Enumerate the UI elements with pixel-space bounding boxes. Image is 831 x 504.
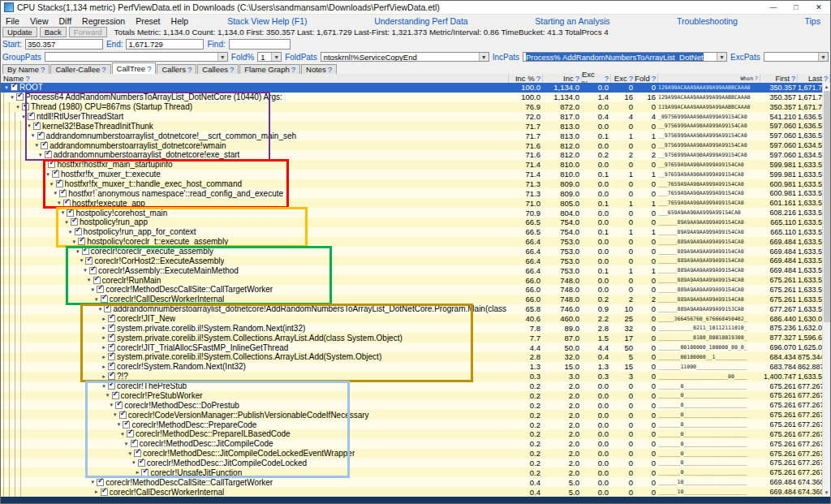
tree-row[interactable]: ▾✓coreclr!MethodDesc::PrepareCode0.22.00… (1, 420, 830, 429)
tree-row[interactable]: ▾✓coreclr!coreclr_execute_assembly66.475… (1, 247, 830, 256)
row-checkbox[interactable]: ✓ (63, 200, 71, 207)
row-checkbox[interactable]: ✓ (37, 132, 45, 140)
tab-callers[interactable]: Callers? (157, 64, 196, 74)
row-checkbox[interactable]: ✓ (108, 344, 115, 351)
expander-icon[interactable]: ▾ (56, 200, 62, 206)
scroll-thumb[interactable] (824, 91, 830, 322)
help-question-icon[interactable]: ? (101, 65, 105, 74)
row-checkbox[interactable]: ✓ (56, 180, 63, 187)
expander-icon[interactable]: ▾ (108, 402, 114, 408)
expander-icon[interactable]: ▾ (20, 114, 27, 120)
column-header-inc[interactable]: Inc? (543, 74, 582, 83)
row-checkbox[interactable]: ✓ (108, 373, 115, 380)
expander-icon[interactable]: ▾ (63, 219, 70, 226)
expander-icon[interactable]: ▾ (52, 190, 58, 196)
expander-icon[interactable]: ▸ (101, 373, 107, 380)
column-header-exc[interactable]: Exc? (611, 74, 635, 83)
tree-row[interactable]: ▾✓ROOT100.01,134.00.000129A99ACAAA9AAA99… (1, 83, 830, 93)
help-question-icon[interactable]: ? (187, 65, 192, 74)
expander-icon[interactable]: ▾ (78, 257, 84, 264)
grouppats-combo[interactable]: ▼ (45, 52, 228, 62)
row-checkbox[interactable]: ✓ (52, 170, 59, 178)
incpats-link[interactable]: IncPats (493, 53, 519, 62)
tree-row[interactable]: ▾✓coreclr!ThePreStub0.22.00.000_______0_… (1, 381, 830, 391)
tab-flame-graph[interactable]: Flame Graph? (239, 64, 300, 74)
start-input[interactable] (25, 39, 103, 50)
menu-diff[interactable]: Diff (59, 16, 72, 26)
expander-icon[interactable]: ▸ (93, 489, 100, 495)
expander-icon[interactable]: ▸ (101, 316, 107, 322)
excpats-combo[interactable]: ▼ (764, 52, 829, 62)
help-question-icon[interactable]: ? (791, 75, 795, 83)
expander-icon[interactable]: ▾ (67, 229, 74, 235)
expander-icon[interactable]: ▾ (123, 441, 130, 447)
menu-preset[interactable]: Preset (136, 16, 160, 26)
back-button[interactable]: Back (40, 27, 67, 37)
foldpats-combo[interactable]: ntoskrnl!%ServiceCopyEnd ▼ (321, 52, 489, 62)
tree-row[interactable]: ▾✓coreclr!MethodDesc::JitCompileCodeLock… (1, 449, 830, 459)
link-stack-view-help-f1[interactable]: Stack View Help (F1) (227, 16, 307, 26)
expander-icon[interactable]: ▾ (45, 171, 51, 178)
help-question-icon[interactable]: ? (575, 74, 579, 83)
tree-row[interactable]: ▾✓Thread (1980) CPU=867ms (Startup Threa… (1, 102, 830, 112)
link-understanding-perf-data[interactable]: Understanding Perf Data (374, 16, 468, 26)
tree-row[interactable]: ▾✓kernel32!BaseThreadInitThunk71.7813.00… (1, 121, 830, 131)
tree-row[interactable]: ▸✓coreclr!System.Random.Next(Int32)1.315… (1, 362, 830, 372)
scroll-up-icon[interactable]: ▲ (823, 83, 830, 91)
expander-icon[interactable]: ▾ (30, 132, 37, 139)
chevron-down-icon[interactable]: ▼ (818, 53, 828, 61)
foldpats-link[interactable]: FoldPats (285, 53, 316, 62)
expander-icon[interactable]: ▾ (59, 209, 66, 216)
chevron-down-icon[interactable]: ▼ (271, 53, 281, 61)
row-checkbox[interactable]: ✓ (108, 325, 115, 332)
expander-icon[interactable]: ▾ (127, 450, 133, 457)
tree-row[interactable]: ▾✓addrandomnumberstoarraylist_dotnetcore… (1, 131, 830, 140)
excpats-link[interactable]: ExcPats (730, 53, 760, 62)
tree-row[interactable]: ▾✓addrandomnumberstoarraylist_dotnetcore… (1, 304, 830, 314)
expander-icon[interactable]: ▾ (115, 421, 122, 428)
menu-view[interactable]: View (30, 16, 49, 26)
tree-row[interactable]: ▾✓coreclr!CorHost2::ExecuteAssembly66.47… (1, 256, 830, 265)
row-checkbox[interactable]: ✓ (131, 440, 138, 447)
tree-row[interactable]: ▾✓coreclr!Assembly::ExecuteMainMethod66.… (1, 265, 830, 275)
row-checkbox[interactable]: ✓ (97, 479, 104, 486)
update-button[interactable]: Update (2, 27, 37, 37)
tree-row[interactable]: ▸✓system.private.corelib.il!System.Rando… (1, 323, 830, 333)
expander-icon[interactable]: ▾ (15, 104, 21, 110)
expander-icon[interactable]: ▾ (101, 383, 107, 390)
tree-row[interactable]: ▾✓coreclr!MethodDesc::JitCompileCode0.22… (1, 439, 830, 449)
row-checkbox[interactable]: ✓ (108, 382, 115, 390)
row-checkbox[interactable]: ✓ (101, 295, 108, 303)
row-checkbox[interactable]: ✓ (138, 459, 145, 467)
expander-icon[interactable]: ▾ (112, 411, 118, 418)
expander-icon[interactable]: ▾ (37, 152, 44, 158)
row-checkbox[interactable]: ✓ (59, 190, 67, 197)
row-checkbox[interactable]: ✓ (67, 209, 74, 217)
find-input[interactable] (229, 39, 291, 50)
row-checkbox[interactable]: ✓ (112, 392, 119, 399)
tree-row[interactable]: ▾✓hostfxr!hostfxr_main_startupinfo71.481… (1, 160, 830, 170)
expander-icon[interactable]: ▾ (97, 306, 103, 312)
grouppats-link[interactable]: GroupPats (2, 53, 41, 62)
expander-icon[interactable]: ▾ (131, 459, 137, 466)
menu-regression[interactable]: Regression (82, 16, 125, 26)
expander-icon[interactable]: ▾ (33, 142, 40, 149)
expander-icon[interactable]: ▸ (101, 344, 107, 351)
tree-row[interactable]: ▸✓coreclr!UnsafeJitFunction0.22.00.000__… (1, 467, 830, 477)
maximize-button[interactable]: □ (785, 1, 807, 14)
find-link[interactable]: Find: (207, 40, 225, 49)
tree-row[interactable]: ▸✓system.private.corelib.il!System.Colle… (1, 352, 830, 362)
tree-row[interactable]: ▾✓hostpolicy!run_app66.5754.00.000______… (1, 218, 830, 227)
expander-icon[interactable]: ▾ (89, 286, 96, 293)
start-link[interactable]: Start: (2, 40, 22, 49)
fold-pct-combo[interactable]: 1 ▼ (257, 52, 282, 62)
expander-icon[interactable]: ▸ (134, 469, 140, 476)
expander-icon[interactable]: ▾ (3, 84, 10, 91)
link-starting-an-analysis[interactable]: Starting an Analysis (535, 16, 609, 26)
expander-icon[interactable]: ▾ (93, 296, 100, 303)
tab-callees[interactable]: Callees? (197, 64, 239, 74)
tree-row[interactable]: ▾✓addrandomnumberstoarraylist_dotnetcore… (1, 150, 830, 160)
row-checkbox[interactable]: ✓ (141, 469, 149, 476)
help-question-icon[interactable]: ? (41, 65, 45, 74)
tree-row[interactable]: ▾✓coreclr!MethodDesc::PrepareILBasedCode… (1, 429, 830, 439)
